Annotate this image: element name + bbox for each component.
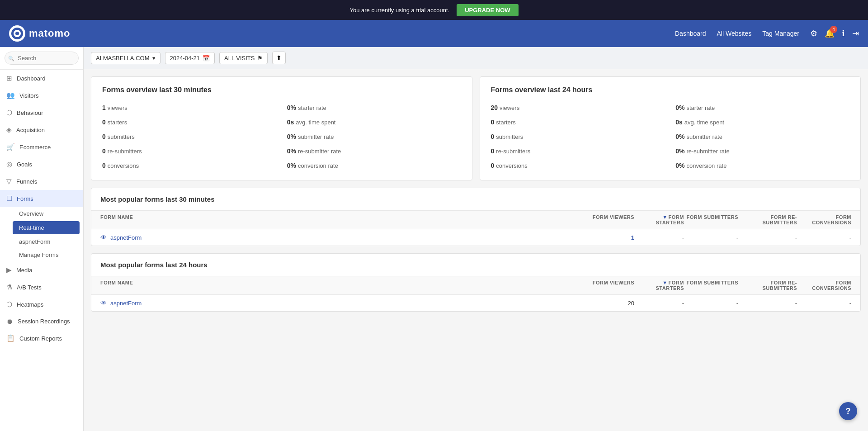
website-filter-label: ALMASBELLA.COM bbox=[96, 55, 150, 62]
popular-30min-header: Most popular forms last 30 minutes bbox=[91, 188, 860, 210]
sidebar-item-label-forms: Forms bbox=[17, 195, 33, 202]
sidebar-item-label-media: Media bbox=[16, 267, 32, 274]
popular-30min-title: Most popular forms last 30 minutes bbox=[100, 195, 851, 203]
header-nav: Dashboard All Websites Tag Manager ⚙ 🔔 4… bbox=[675, 28, 859, 38]
popular-24h-title: Most popular forms last 24 hours bbox=[100, 261, 851, 269]
upgrade-button[interactable]: UPGRADE NOW bbox=[457, 4, 518, 16]
main-header: matomo Dashboard All Websites Tag Manage… bbox=[0, 20, 868, 47]
starters-value-30min: - bbox=[634, 234, 684, 241]
website-filter-arrow: ▾ bbox=[152, 55, 156, 62]
nav-all-websites[interactable]: All Websites bbox=[717, 30, 752, 37]
viewers-value-30min: 1 bbox=[585, 234, 634, 241]
notification-badge: 4 bbox=[830, 26, 837, 33]
col-submitters-30min: FORM SUBMITTERS bbox=[684, 214, 738, 225]
sidebar-item-ecommerce[interactable]: 🛒 Ecommerce bbox=[0, 138, 83, 156]
nav-dashboard[interactable]: Dashboard bbox=[675, 30, 706, 37]
help-icon[interactable]: ℹ bbox=[842, 28, 845, 38]
stat-submitters-30min: 0 submitters bbox=[102, 131, 276, 142]
conversions-label-30min: conversions bbox=[108, 162, 139, 169]
conversion-rate-24h: 0% bbox=[675, 162, 684, 169]
date-filter-label: 2024-04-21 bbox=[170, 55, 200, 62]
starters-label-30min: starters bbox=[108, 119, 127, 126]
overview-cards-row: Forms overview last 30 minutes 1 viewers… bbox=[91, 76, 861, 180]
sidebar-item-ab-tests[interactable]: ⚗ A/B Tests bbox=[0, 279, 83, 296]
logout-icon[interactable]: ⇥ bbox=[852, 28, 859, 38]
overview-24h-title: Forms overview last 24 hours bbox=[491, 86, 850, 94]
sidebar-item-forms[interactable]: ☐ Forms bbox=[0, 190, 83, 207]
segment-filter[interactable]: ALL VISITS ⚑ bbox=[219, 52, 268, 64]
stat-submitter-rate-30min: 0% submitter rate bbox=[287, 131, 461, 142]
sidebar-item-dashboard[interactable]: ⊞ Dashboard bbox=[0, 70, 83, 87]
sidebar-item-goals[interactable]: ◎ Goals bbox=[0, 156, 83, 173]
submitter-rate-30min: 0% bbox=[287, 133, 296, 140]
goals-icon: ◎ bbox=[6, 160, 12, 168]
starter-rate-label-24h: starter rate bbox=[686, 104, 715, 111]
col-form-name-24h: FORM NAME bbox=[100, 280, 585, 291]
viewers-count-30min: 1 bbox=[102, 104, 106, 111]
popular-30min-table-header: FORM NAME FORM VIEWERS ▼FORM STARTERS FO… bbox=[91, 210, 860, 229]
starter-rate-30min: 0% bbox=[287, 104, 296, 111]
col-starters-30min: ▼FORM STARTERS bbox=[634, 214, 684, 225]
sidebar-sub-realtime[interactable]: Real-time bbox=[13, 221, 80, 234]
starters-count-30min: 0 bbox=[102, 118, 106, 126]
sidebar-item-label-goals: Goals bbox=[17, 161, 32, 168]
sidebar-item-visitors[interactable]: 👥 Visitors bbox=[0, 87, 83, 104]
notifications-icon[interactable]: 🔔 4 bbox=[825, 28, 835, 38]
visitors-icon: 👥 bbox=[6, 91, 15, 99]
forms-submenu: Overview Real-time aspnetForm Manage For… bbox=[0, 207, 83, 261]
sort-icon-30min: ▼ bbox=[662, 214, 667, 220]
conversions-count-30min: 0 bbox=[102, 162, 106, 169]
sidebar-item-media[interactable]: ▶ Media bbox=[0, 261, 83, 279]
content-area: Forms overview last 30 minutes 1 viewers… bbox=[84, 69, 868, 431]
form-link-30min[interactable]: aspnetForm bbox=[110, 234, 142, 241]
media-icon: ▶ bbox=[6, 266, 12, 274]
sidebar-item-heatmaps[interactable]: ⬡ Heatmaps bbox=[0, 296, 83, 313]
search-wrap bbox=[5, 52, 79, 65]
stat-starter-rate-30min: 0% starter rate bbox=[287, 102, 461, 113]
help-button[interactable]: ? bbox=[839, 402, 857, 420]
sidebar-item-label-ecommerce: Ecommerce bbox=[19, 144, 51, 151]
sidebar-item-label-dashboard: Dashboard bbox=[17, 75, 46, 82]
stat-avg-time-30min: 0s avg. time spent bbox=[287, 117, 461, 128]
sidebar-sub-manage-forms[interactable]: Manage Forms bbox=[13, 248, 83, 261]
starter-rate-24h: 0% bbox=[675, 104, 684, 111]
nav-tag-manager[interactable]: Tag Manager bbox=[762, 30, 799, 37]
col-conversions-24h: FORM CONVERSIONS bbox=[797, 280, 851, 291]
settings-icon[interactable]: ⚙ bbox=[810, 28, 817, 38]
date-filter[interactable]: 2024-04-21 📅 bbox=[165, 52, 215, 64]
popular-24h-section: Most popular forms last 24 hours FORM NA… bbox=[91, 253, 861, 312]
ab-tests-icon: ⚗ bbox=[6, 283, 12, 291]
stat-starters-24h: 0 starters bbox=[491, 117, 665, 128]
submitter-rate-label-24h: submitter rate bbox=[686, 133, 722, 140]
sidebar-sub-overview[interactable]: Overview bbox=[13, 207, 83, 220]
col-resubmitters-24h: FORM RE-SUBMITTERS bbox=[738, 280, 797, 291]
sidebar-sub-aspnetform[interactable]: aspnetForm bbox=[13, 235, 83, 248]
form-link-24h[interactable]: aspnetForm bbox=[110, 300, 142, 307]
ecommerce-icon: 🛒 bbox=[6, 143, 15, 151]
sidebar-item-funnels[interactable]: ▽ Funnels bbox=[0, 173, 83, 190]
viewers-label-30min: viewers bbox=[108, 104, 127, 111]
segment-filter-icon: ⚑ bbox=[257, 55, 263, 62]
viewers-label-24h: viewers bbox=[500, 104, 519, 111]
conversions-value-30min: - bbox=[797, 234, 851, 241]
avg-time-30min: 0s bbox=[287, 118, 294, 126]
col-viewers-24h[interactable]: FORM VIEWERS bbox=[585, 280, 634, 291]
stat-starters-30min: 0 starters bbox=[102, 117, 276, 128]
sidebar-item-session-recordings[interactable]: ⏺ Session Recordings bbox=[0, 313, 83, 330]
collapse-button[interactable]: ⬆ bbox=[272, 52, 286, 64]
website-filter[interactable]: ALMASBELLA.COM ▾ bbox=[91, 52, 160, 64]
resubmitters-count-24h: 0 bbox=[491, 147, 495, 155]
viewers-count-24h: 20 bbox=[491, 104, 498, 111]
submitter-rate-24h: 0% bbox=[675, 133, 684, 140]
sidebar-search-container bbox=[0, 47, 83, 70]
sidebar-item-behaviour[interactable]: ⬡ Behaviour bbox=[0, 104, 83, 121]
col-viewers-30min[interactable]: FORM VIEWERS bbox=[585, 214, 634, 225]
stat-starter-rate-24h: 0% starter rate bbox=[675, 102, 849, 113]
sidebar-item-label-acquisition: Acquisition bbox=[16, 127, 45, 133]
resubmitter-rate-label-30min: re-submitter rate bbox=[298, 148, 341, 155]
sidebar-item-label-funnels: Funnels bbox=[16, 178, 37, 185]
sidebar-item-custom-reports[interactable]: 📋 Custom Reports bbox=[0, 330, 83, 347]
sidebar-item-acquisition[interactable]: ◈ Acquisition bbox=[0, 121, 83, 138]
search-input[interactable] bbox=[5, 52, 79, 65]
popular-24h-table-header: FORM NAME FORM VIEWERS ▼FORM STARTERS FO… bbox=[91, 276, 860, 295]
